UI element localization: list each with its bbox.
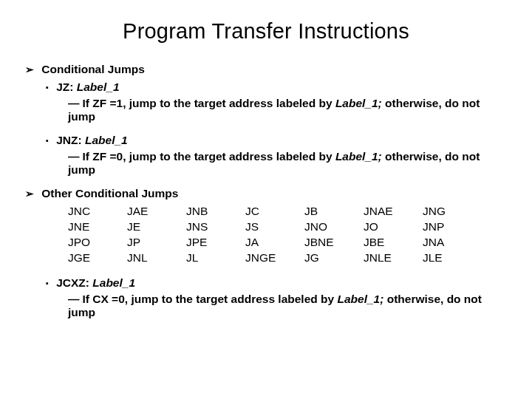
jcxz-description: —If CX =0, jump to the target address la… [68, 293, 507, 319]
jump-cell: JNL [127, 251, 186, 265]
jump-cell: JPE [186, 236, 245, 249]
jump-cell: JNB [186, 205, 245, 218]
jcxz-mnemonic: JCXZ: [56, 276, 92, 289]
jump-cell: JNS [186, 220, 245, 233]
jump-cell: JS [245, 220, 304, 233]
jnz-label: Label_1 [85, 134, 128, 146]
jump-cell: JO [364, 220, 423, 233]
jump-cell: JA [245, 236, 304, 249]
item-jz: JZ: Label_1 [46, 81, 507, 94]
jump-cell: JC [245, 205, 304, 218]
jump-cell: JG [304, 251, 364, 265]
jump-cell: JNLE [364, 251, 423, 265]
jump-cell: JLE [423, 251, 482, 265]
jz-label: Label_1 [77, 81, 120, 93]
jump-cell: JB [304, 205, 364, 218]
jump-cell: JNC [68, 205, 127, 218]
jnz-desc-label: Label_1; [335, 150, 382, 163]
jump-cell: JNE [68, 220, 127, 233]
jump-cell: JBE [364, 236, 423, 249]
jump-cell: JNO [304, 220, 364, 233]
jump-cell: JL [186, 251, 245, 265]
jcxz-label: Label_1 [92, 276, 135, 289]
section-label: Conditional Jumps [41, 63, 145, 75]
jump-cell: JBNE [304, 236, 364, 249]
slide-container: Program Transfer Instructions Conditiona… [0, 0, 532, 399]
jnz-desc-pre: If ZF =0, jump to the target address lab… [83, 150, 335, 163]
jump-cell: JAE [127, 205, 186, 218]
section-label: Other Conditional Jumps [41, 187, 178, 200]
jumps-table: JNC JAE JNB JC JB JNAE JNG JNE JE JNS JS… [68, 205, 507, 265]
jz-desc-label: Label_1; [335, 97, 382, 109]
jump-cell: JPO [68, 236, 127, 249]
item-jcxz: JCXZ: Label_1 [46, 276, 507, 290]
jnz-description: —If ZF =0, jump to the target address la… [68, 150, 507, 177]
jz-description: —If ZF =1, jump to the target address la… [68, 97, 507, 123]
jz-mnemonic: JZ: [56, 81, 77, 93]
jcxz-desc-label: Label_1; [337, 293, 383, 305]
jump-cell: JNG [423, 205, 482, 218]
jnz-mnemonic: JNZ: [56, 134, 85, 146]
jz-desc-pre: If ZF =1, jump to the target address lab… [83, 97, 335, 109]
jump-cell: JGE [68, 251, 127, 265]
dash-icon: — [68, 97, 80, 109]
section-conditional-jumps: Conditional Jumps [25, 63, 507, 76]
jump-cell: JNA [423, 236, 482, 249]
jcxz-desc-pre: If CX =0, jump to the target address lab… [83, 293, 338, 305]
jump-cell: JNGE [245, 251, 304, 265]
item-jnz: JNZ: Label_1 [46, 134, 507, 147]
jump-cell: JP [127, 236, 186, 249]
jump-cell: JNP [423, 220, 482, 233]
jump-cell: JE [127, 220, 186, 233]
jump-cell: JNAE [364, 205, 423, 218]
slide-title: Program Transfer Instructions [25, 19, 507, 44]
dash-icon: — [68, 293, 80, 305]
dash-icon: — [68, 150, 80, 163]
section-other-jumps: Other Conditional Jumps [25, 187, 507, 200]
